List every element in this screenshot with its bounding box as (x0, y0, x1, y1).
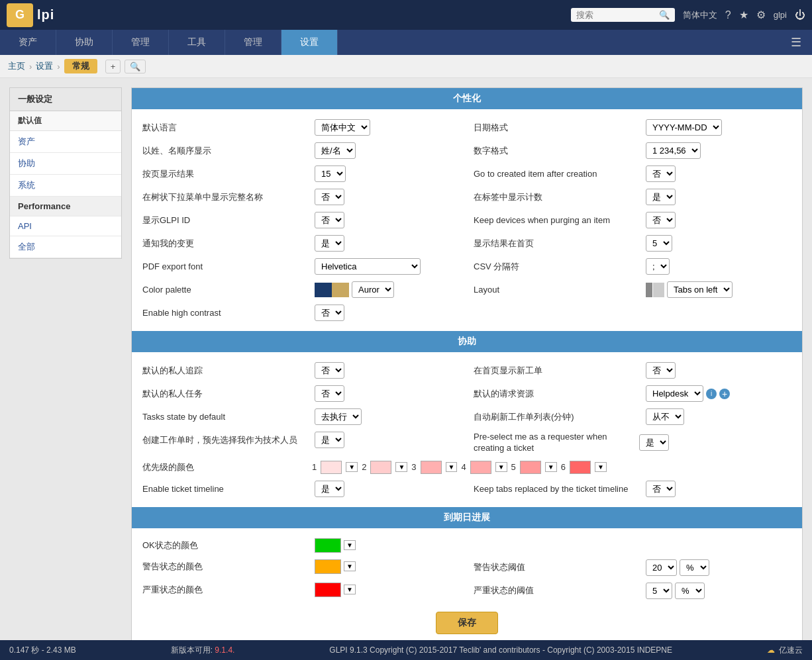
nav-admin[interactable]: 管理 (225, 30, 281, 55)
priority-4-btn[interactable]: ▼ (495, 462, 507, 472)
priority-3-btn[interactable]: ▼ (446, 462, 458, 472)
nav-assist[interactable]: 协助 (56, 30, 113, 55)
ok-color-btn[interactable]: ▼ (344, 540, 356, 550)
search-icon: 🔍 (659, 10, 670, 20)
show-results-select[interactable]: 5 (646, 235, 672, 252)
save-button[interactable]: 保存 (436, 612, 498, 634)
priority-3-swatch[interactable] (421, 461, 442, 474)
priority-2-swatch[interactable] (370, 461, 391, 474)
pagination-select[interactable]: 15 (315, 165, 346, 182)
help-icon[interactable]: ? (725, 9, 731, 21)
priority-6-swatch[interactable] (570, 461, 591, 474)
pdf-font-select[interactable]: Helvetica (315, 258, 421, 275)
info-icon[interactable]: i (706, 389, 717, 399)
sidebar-item-performance[interactable]: Performance (10, 197, 121, 216)
critical-color-swatch[interactable] (315, 583, 341, 597)
warning-color-btn[interactable]: ▼ (344, 561, 356, 571)
breadcrumb-home[interactable]: 主页 (8, 60, 25, 72)
preselect-tech-select[interactable]: 是 (315, 432, 344, 448)
due-date-content: OK状态的颜色 ▼ 警告状态的颜色 ▼ (132, 528, 802, 650)
show-full-name-select[interactable]: 否 (315, 189, 344, 205)
warning-color-label: 警告状态的颜色 (142, 561, 308, 573)
default-lang-select[interactable]: 简体中文 (315, 119, 370, 136)
warning-pct-select[interactable]: % (680, 559, 709, 576)
number-format-select[interactable]: 1 234,56 (646, 142, 701, 159)
default-private-tasks-label: 默认的私人任务 (142, 388, 308, 400)
ok-color-label: OK状态的颜色 (142, 540, 308, 551)
gear-icon[interactable]: ⚙ (756, 9, 766, 21)
preselect-requester-select[interactable]: 是 (639, 434, 669, 451)
favorites-icon[interactable]: ★ (739, 9, 748, 21)
power-icon[interactable]: ⏻ (795, 9, 805, 21)
bottom-logo: ☁ 亿速云 (767, 645, 803, 656)
personalization-header: 个性化 (132, 88, 802, 109)
sidebar-item-system[interactable]: 系统 (10, 175, 121, 197)
search-box[interactable]: 🔍 (571, 8, 675, 22)
critical-threshold-select[interactable]: 5 (646, 583, 672, 599)
auto-refresh-select[interactable]: 从不 (646, 408, 684, 425)
sidebar-item-api[interactable]: API (10, 216, 121, 236)
main-content: 一般设定 默认值 资产 协助 系统 Performance API 全部 个性化… (0, 78, 812, 660)
name-order-row: 以姓、名顺序显示 姓/名 (142, 139, 460, 162)
date-format-select[interactable]: YYYY-MM-DD (646, 119, 722, 136)
show-new-ticket-row: 在首页显示新工单 否 (474, 359, 791, 382)
keep-devices-select[interactable]: 否 (646, 212, 676, 228)
priority-6-btn[interactable]: ▼ (595, 462, 607, 472)
nav-settings[interactable]: 设置 (281, 30, 338, 55)
critical-color-btn[interactable]: ▼ (344, 585, 356, 594)
date-format-row: 日期格式 YYYY-MM-DD (474, 116, 791, 139)
enable-timeline-select[interactable]: 是 (315, 481, 344, 497)
name-order-select[interactable]: 姓/名 (315, 142, 356, 159)
nav-manage[interactable]: 管理 (113, 30, 169, 55)
layout-label: Layout (474, 285, 639, 295)
keep-tabs-select[interactable]: 否 (646, 481, 676, 497)
show-count-label: 在标签中显示计数 (474, 191, 639, 203)
show-count-select[interactable]: 是 (646, 189, 676, 205)
search-input[interactable] (576, 10, 656, 20)
warning-color-swatch[interactable] (315, 559, 341, 574)
default-private-tasks-select[interactable]: 否 (315, 385, 344, 402)
csv-sep-select[interactable]: ; (646, 258, 670, 275)
sidebar-item-assist[interactable]: 协助 (10, 153, 121, 175)
plus-icon[interactable]: + (719, 389, 730, 399)
priority-4-swatch[interactable] (470, 461, 491, 474)
layout-select[interactable]: Tabs on left (667, 281, 733, 298)
sidebar-item-assets[interactable]: 资产 (10, 131, 121, 153)
default-request-src-select[interactable]: Helpdesk (646, 385, 703, 402)
nav-assets[interactable]: 资产 (0, 30, 56, 55)
go-to-created-select[interactable]: 否 (646, 165, 676, 182)
tasks-state-select[interactable]: 去执行 (315, 408, 362, 425)
ok-color-swatch[interactable] (315, 538, 341, 553)
priority-5-btn[interactable]: ▼ (545, 462, 557, 472)
show-count-row: 在标签中显示计数 是 (474, 185, 791, 209)
show-new-ticket-select[interactable]: 否 (646, 362, 676, 379)
high-contrast-select[interactable]: 否 (315, 305, 344, 321)
priority-2-btn[interactable]: ▼ (395, 462, 407, 472)
tasks-state-label: Tasks state by default (142, 412, 308, 422)
add-button[interactable]: + (105, 60, 121, 73)
breadcrumb-settings[interactable]: 设置 (36, 60, 53, 72)
keep-devices-row: Keep devices when purging an item 否 (474, 209, 791, 232)
warning-threshold-select[interactable]: 20 (646, 559, 677, 576)
user-menu[interactable]: glpi (774, 10, 787, 20)
show-glpi-id-row: 显示GLPI ID 否 (142, 209, 460, 232)
priority-1-swatch[interactable] (321, 461, 342, 474)
show-glpi-id-select[interactable]: 否 (315, 212, 344, 228)
priority-5-swatch[interactable] (520, 461, 541, 474)
default-private-select[interactable]: 否 (315, 362, 344, 379)
language-button[interactable]: 简体中文 (683, 9, 717, 21)
breadcrumb-search-button[interactable]: 🔍 (125, 60, 146, 73)
warning-color-row: 警告状态的颜色 ▼ (142, 556, 460, 577)
high-contrast-row: Enable high contrast 否 (142, 301, 460, 324)
sidebar-item-all[interactable]: 全部 (10, 236, 121, 258)
nav-tools[interactable]: 工具 (169, 30, 225, 55)
default-request-src-label: 默认的请求资源 (474, 388, 639, 400)
new-version-link[interactable]: 9.1.4. (215, 645, 234, 655)
copyright-text: GLPI 9.1.3 Copyright (C) 2015-2017 Tecli… (329, 645, 672, 655)
critical-pct-select[interactable]: % (675, 583, 705, 599)
priority-1-btn[interactable]: ▼ (346, 462, 358, 472)
nav-hamburger[interactable]: ☰ (780, 35, 812, 50)
color-palette-select[interactable]: Auror (352, 281, 394, 298)
notify-changes-select[interactable]: 是 (315, 235, 344, 252)
critical-threshold-label: 严重状态的阈值 (474, 585, 639, 596)
